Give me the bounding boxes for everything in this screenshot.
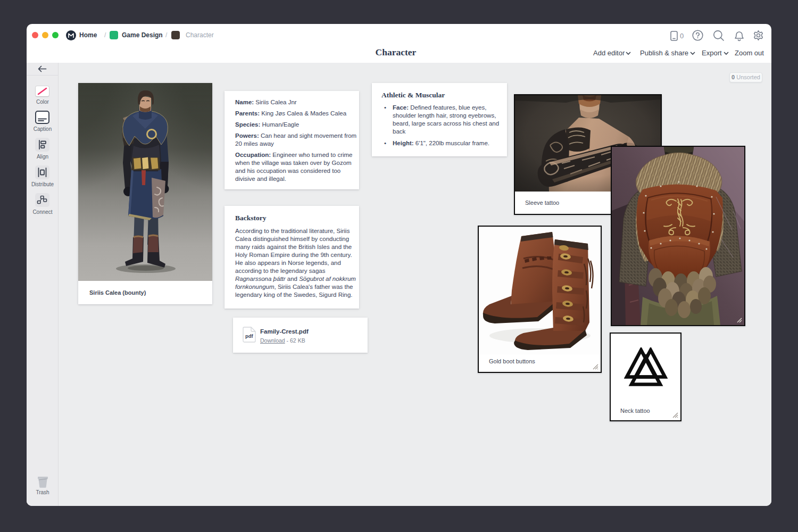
svg-text:pdf: pdf (245, 333, 254, 339)
